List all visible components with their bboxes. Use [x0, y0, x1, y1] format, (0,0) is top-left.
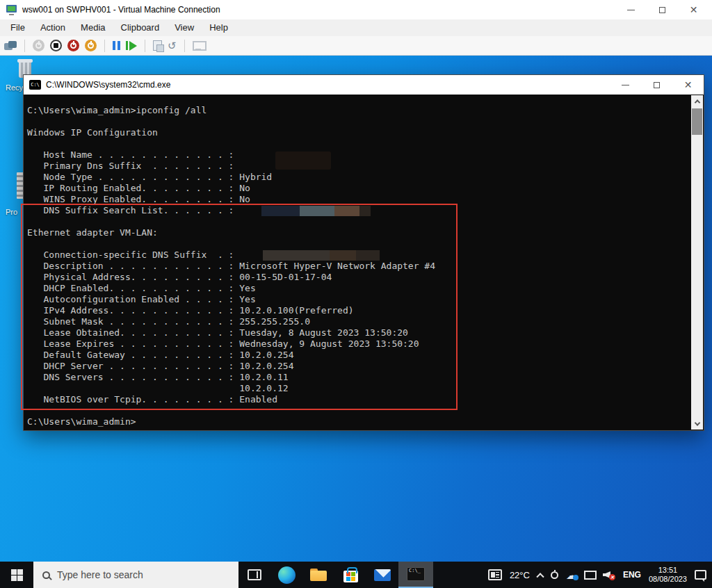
- clock-time: 13:51: [649, 566, 687, 575]
- turn-off-vm-icon[interactable]: [50, 40, 62, 51]
- task-view-icon: [248, 569, 261, 580]
- vm-connection-window: wsw001 on SWPHV001 - Virtual Machine Con…: [0, 0, 712, 588]
- terminal-line: C:\Users\wima_admin>ipconfig /all: [27, 105, 691, 116]
- start-vm-icon[interactable]: [33, 40, 44, 51]
- terminal-line: [27, 138, 691, 149]
- terminal-line: Primary Dns Suffix . . . . . . . :: [27, 161, 691, 172]
- menu-item[interactable]: View: [167, 19, 202, 36]
- tray-update-icon[interactable]: [551, 571, 558, 579]
- terminal-line: C:\Users\wima_admin>: [27, 416, 691, 427]
- cmd-window: C:\ C:\WINDOWS\system32\cmd.exe ✕ C:\Use…: [23, 74, 704, 431]
- redacted-value: [263, 250, 380, 261]
- menu-item[interactable]: File: [3, 19, 33, 36]
- temperature-label[interactable]: 22°C: [510, 570, 530, 580]
- vm-maximize-button[interactable]: [647, 1, 678, 19]
- terminal-line: WINS Proxy Enabled. . . . . . . . : No: [27, 194, 691, 205]
- resume-vm-icon[interactable]: [126, 41, 137, 51]
- shut-down-vm-icon[interactable]: [67, 40, 79, 51]
- cmd-window-controls: ✕: [610, 76, 704, 94]
- menu-item[interactable]: Clipboard: [113, 19, 168, 36]
- menu-item[interactable]: Media: [73, 19, 113, 36]
- menu-item[interactable]: Action: [33, 19, 73, 36]
- search-icon: [42, 571, 50, 579]
- terminal-line: Connection-specific DNS Suffix . :: [27, 250, 691, 261]
- network-icon[interactable]: [584, 571, 595, 580]
- menu-bar: FileActionMediaClipboardViewHelp: [0, 19, 712, 36]
- volume-muted-icon[interactable]: ✕: [603, 570, 615, 580]
- action-center-icon[interactable]: [695, 570, 706, 580]
- tray-overflow-icon[interactable]: [536, 573, 544, 580]
- redacted-value: [261, 206, 371, 216]
- onedrive-icon[interactable]: ☁: [566, 570, 576, 580]
- terminal-line: [27, 405, 691, 416]
- terminal-scrollbar[interactable]: [691, 95, 703, 430]
- vm-title-bar: wsw001 on SWPHV001 - Virtual Machine Con…: [0, 0, 712, 19]
- toolbar-separator: [145, 40, 145, 52]
- enhanced-session-icon[interactable]: [193, 41, 204, 50]
- cmd-window-title: C:\WINDOWS\system32\cmd.exe: [46, 80, 610, 90]
- toolbar-separator: [24, 40, 25, 52]
- scroll-up-icon[interactable]: [691, 95, 703, 107]
- clock[interactable]: 13:51 08/08/2023: [649, 566, 687, 584]
- file-explorer-taskbar-button[interactable]: [302, 562, 334, 588]
- scroll-down-icon[interactable]: [691, 418, 703, 430]
- terminal-line: 10.2.0.12: [27, 383, 691, 394]
- terminal-line: [27, 238, 691, 250]
- scrollbar-thumb[interactable]: [692, 108, 702, 135]
- vm-close-button[interactable]: ✕: [678, 1, 709, 19]
- terminal-line: Lease Obtained. . . . . . . . . . : Tues…: [27, 327, 691, 338]
- windows-logo-icon: [11, 569, 23, 581]
- terminal-line: Default Gateway . . . . . . . . . : 10.2…: [27, 350, 691, 361]
- toolbar: ↺: [0, 36, 712, 56]
- start-button[interactable]: [0, 562, 33, 588]
- store-taskbar-button[interactable]: [334, 562, 366, 588]
- vm-desktop: Recy Pro C:\ C:\WINDOWS\system32\cmd.exe…: [0, 56, 712, 588]
- edge-taskbar-button[interactable]: [270, 562, 302, 588]
- file-explorer-icon: [310, 569, 327, 581]
- task-view-button[interactable]: [238, 562, 270, 588]
- cmd-icon: C:\: [29, 80, 41, 90]
- checkpoint-icon[interactable]: [153, 40, 162, 51]
- cmd-taskbar-icon: C:\_: [407, 567, 425, 581]
- terminal-line: Description . . . . . . . . . . . : Micr…: [27, 261, 691, 272]
- terminal-line: DNS Suffix Search List. . . . . . :: [27, 205, 691, 216]
- search-box[interactable]: Type here to search: [33, 562, 238, 588]
- terminal-line: DHCP Enabled. . . . . . . . . . . : Yes: [27, 283, 691, 294]
- edge-icon: [278, 566, 296, 584]
- cmd-title-bar: C:\ C:\WINDOWS\system32\cmd.exe ✕: [24, 75, 704, 95]
- cmd-close-button[interactable]: ✕: [672, 76, 704, 94]
- terminal-line: Autoconfiguration Enabled . . . . : Yes: [27, 294, 691, 305]
- terminal-line: DHCP Server . . . . . . . . . . . : 10.2…: [27, 361, 691, 372]
- terminal-line: [27, 216, 691, 227]
- menu-item[interactable]: Help: [202, 19, 236, 36]
- cmd-body: C:\Users\wima_admin>ipconfig /all Window…: [24, 95, 703, 430]
- terminal-line: DNS Servers . . . . . . . . . . . : 10.2…: [27, 372, 691, 383]
- terminal-output[interactable]: C:\Users\wima_admin>ipconfig /all Window…: [24, 95, 691, 430]
- vm-minimize-button[interactable]: [615, 1, 647, 19]
- revert-icon[interactable]: ↺: [168, 40, 177, 51]
- terminal-line: [27, 116, 691, 127]
- cmd-minimize-button[interactable]: [610, 76, 641, 94]
- vm-taskbar: Type here to search C:\_ 22°C ☁ ✕ ENG 13…: [0, 562, 712, 588]
- toolbar-separator: [184, 40, 185, 52]
- toolbar-separator: [104, 40, 105, 52]
- pause-vm-icon[interactable]: [113, 41, 120, 50]
- terminal-line: Host Name . . . . . . . . . . . . :: [27, 149, 691, 161]
- vm-window-controls: ✕: [615, 1, 709, 19]
- system-tray: 22°C ☁ ✕ ENG 13:51 08/08/2023: [488, 562, 712, 588]
- search-placeholder: Type here to search: [57, 569, 143, 580]
- save-vm-icon[interactable]: [85, 40, 97, 51]
- terminal-line: IPv4 Address. . . . . . . . . . . : 10.2…: [27, 305, 691, 316]
- terminal-line: NetBIOS over Tcpip. . . . . . . . : Enab…: [27, 394, 691, 405]
- ctrl-alt-del-icon[interactable]: [4, 41, 17, 50]
- store-icon: [343, 571, 358, 582]
- mail-taskbar-button[interactable]: [366, 562, 398, 588]
- news-widget-icon[interactable]: [488, 569, 502, 580]
- cmd-taskbar-button[interactable]: C:\_: [398, 562, 433, 588]
- terminal-line: Ethernet adapter VM-LAN:: [27, 227, 691, 238]
- language-indicator[interactable]: ENG: [623, 570, 641, 580]
- terminal-line: Subnet Mask . . . . . . . . . . . : 255.…: [27, 316, 691, 327]
- terminal-line: Windows IP Configuration: [27, 127, 691, 138]
- recycle-bin-label: Recy: [6, 83, 23, 92]
- cmd-maximize-button[interactable]: [641, 76, 672, 94]
